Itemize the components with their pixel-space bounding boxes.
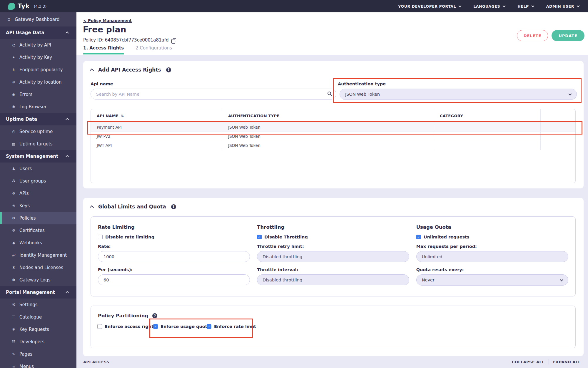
chevron-up-icon <box>66 118 69 121</box>
policy-partitioning-box: Policy Partitioning ? Enforce access rig… <box>91 306 576 348</box>
unlimited-requests-checkbox[interactable] <box>416 235 421 239</box>
search-icon[interactable] <box>328 92 331 95</box>
bug-icon: ✽ <box>11 278 16 282</box>
api-search-wrap <box>91 89 336 100</box>
help-icon[interactable]: ? <box>152 313 157 318</box>
sidebar-item-catalogue[interactable]: ☰Catalogue <box>0 311 76 323</box>
breadcrumb-back-icon: < <box>83 18 86 23</box>
sidebar-item-settings[interactable]: ⚒Settings <box>0 299 76 311</box>
sidebar-item-key-requests[interactable]: ❃Key Requests <box>0 323 76 336</box>
chevron-down-icon <box>568 92 572 95</box>
cell-category <box>434 132 541 141</box>
page-header: < Policy Management Free plan Policy ID:… <box>76 12 588 55</box>
sidebar-item-gateway-dashboard[interactable]: ⊡Gateway Dashboard <box>0 12 76 26</box>
nav-languages[interactable]: LANGUAGES <box>473 4 505 9</box>
nav-admin-user[interactable]: ADMIN USER <box>546 4 579 9</box>
table-row-payment-api[interactable]: Payment APIJSON Web Token <box>91 122 575 132</box>
sidebar-item-activity-by-key[interactable]: ✦Activity by Key <box>0 51 76 64</box>
sidebar-item-apis[interactable]: ⚙APIs <box>0 187 76 200</box>
gauge-icon: ◔ <box>11 43 16 47</box>
enforce-access-rights-checkbox[interactable] <box>97 324 102 329</box>
nav-help[interactable]: HELP <box>517 4 534 9</box>
rate-input[interactable] <box>98 251 250 262</box>
sidebar-item-identity-management[interactable]: ☍Identity Management <box>0 249 76 261</box>
sidebar-item-activity-by-location[interactable]: ⊕Activity by location <box>0 76 76 88</box>
enforce-rate-limit-checkbox[interactable] <box>207 324 211 329</box>
sidebar-section-system-management[interactable]: System Management <box>0 150 76 163</box>
table-row-jwt-api[interactable]: JWT APIJSON Web Token <box>91 141 575 150</box>
sidebar-item-label: Menus <box>19 364 34 368</box>
auth-type-select[interactable]: JSON Web Token <box>340 89 577 100</box>
sidebar-item-endpoint-popularity[interactable]: ⋔Endpoint popularity <box>0 64 76 76</box>
sidebar-item-service-uptime[interactable]: ◷Service uptime <box>0 125 76 138</box>
enforce-usage-quota-checkbox[interactable] <box>153 324 158 329</box>
sort-icon[interactable]: ⇅ <box>121 114 124 118</box>
sidebar-section-portal-management[interactable]: Portal Management <box>0 286 76 299</box>
tab-configurations[interactable]: 2.Configurations <box>136 45 172 54</box>
throttling-column: Throttling Disable Throttling Throttle r… <box>257 224 409 289</box>
plug-icon: ☍ <box>11 253 16 257</box>
network-icon: ✳ <box>11 204 16 208</box>
sidebar-item-certificates[interactable]: ❁Certificates <box>0 224 76 237</box>
quota-resets-select[interactable]: Never <box>416 274 568 286</box>
sidebar-item-errors[interactable]: ◉Errors <box>0 88 76 101</box>
sidebar-item-log-browser[interactable]: ✱Log Browser <box>0 101 76 113</box>
update-button[interactable]: UPDATE <box>552 30 584 41</box>
sidebar-item-developers[interactable]: ☷Developers <box>0 336 76 348</box>
tab-access-rights[interactable]: 1. Access Rights <box>83 45 124 54</box>
table-row-jwt-v2[interactable]: JWT-V2JSON Web Token <box>91 132 575 141</box>
sidebar-item-label: Developers <box>19 339 44 344</box>
throttle-retry-limit-input: Disabled throttling <box>257 251 409 262</box>
sidebar-item-label: APIs <box>19 191 29 196</box>
expand-all-button[interactable]: EXPAND ALL <box>553 360 581 364</box>
sidebar-item-gateway-logs[interactable]: ✽Gateway Logs <box>0 274 76 286</box>
paw-icon: ❃ <box>11 327 16 331</box>
cell-category <box>434 123 541 132</box>
topbar: Tyk (4.3.3) YOUR DEVELOPER PORTALLANGUAG… <box>0 0 588 12</box>
sidebar-item-activity-by-api[interactable]: ◔Activity by API <box>0 39 76 51</box>
uptime-icon: ◷ <box>11 130 16 134</box>
disable-rate-limiting-checkbox[interactable] <box>98 235 103 239</box>
sidebar-section-label: Uptime Data <box>6 117 37 122</box>
nav-developer-portal[interactable]: YOUR DEVELOPER PORTAL <box>398 4 461 9</box>
section-title: Global Limits and Quota <box>98 204 166 210</box>
topbar-nav: YOUR DEVELOPER PORTALLANGUAGESHELPADMIN … <box>398 4 579 9</box>
enforce-rate-limit-label: Enforce rate limit <box>214 324 256 329</box>
breadcrumb[interactable]: < Policy Management <box>83 18 132 23</box>
brand[interactable]: Tyk (4.3.3) <box>8 3 46 10</box>
users-icon: ⁂ <box>11 179 16 183</box>
collapse-chevron-icon[interactable] <box>90 205 94 210</box>
sidebar-item-label: Policies <box>19 216 36 221</box>
sidebar-item-label: Uptime targets <box>19 141 53 147</box>
api-search-input[interactable] <box>91 89 336 100</box>
divider <box>549 359 549 364</box>
delete-button[interactable]: DELETE <box>517 30 548 41</box>
sidebar-item-webhooks[interactable]: ◆Webhooks <box>0 237 76 249</box>
sidebar-section-api-usage-data[interactable]: API Usage Data <box>0 26 76 39</box>
help-icon[interactable]: ? <box>171 204 176 209</box>
chevron-up-icon <box>66 155 69 158</box>
sidebar-item-policies[interactable]: ✪Policies <box>0 212 76 224</box>
help-icon[interactable]: ? <box>166 67 171 72</box>
disable-throttling-label: Disable Throttling <box>264 235 308 239</box>
menu-icon: ≡ <box>11 364 16 368</box>
sidebar-item-keys[interactable]: ✳Keys <box>0 200 76 212</box>
disable-throttling-checkbox[interactable] <box>257 235 262 239</box>
collapse-all-button[interactable]: COLLAPSE ALL <box>512 360 544 364</box>
copy-icon[interactable] <box>173 38 176 42</box>
column-api-name[interactable]: API NAME ⇅ <box>91 109 222 122</box>
per-seconds-input[interactable] <box>98 274 250 285</box>
sidebar-item-pages[interactable]: ✎Pages <box>0 348 76 360</box>
chevron-up-icon <box>66 32 69 35</box>
sidebar-item-menus[interactable]: ≡Menus <box>0 360 76 368</box>
sidebar-item-users[interactable]: ♟Users <box>0 163 76 175</box>
sidebar-item-uptime-targets[interactable]: ▤Uptime targets <box>0 138 76 150</box>
collapse-chevron-icon[interactable] <box>90 69 94 73</box>
cell-auth-type: JSON Web Token <box>222 141 434 150</box>
rate-limiting-title: Rate Limiting <box>98 224 250 230</box>
max-requests-label: Max requests per period: <box>416 244 568 249</box>
sidebar-item-nodes-and-licenses[interactable]: ♜Nodes and Licenses <box>0 261 76 274</box>
sidebar-item-user-groups[interactable]: ⁂User groups <box>0 175 76 187</box>
sidebar-section-uptime-data[interactable]: Uptime Data <box>0 113 76 125</box>
sidebar: ⊡Gateway DashboardAPI Usage Data◔Activit… <box>0 12 76 368</box>
